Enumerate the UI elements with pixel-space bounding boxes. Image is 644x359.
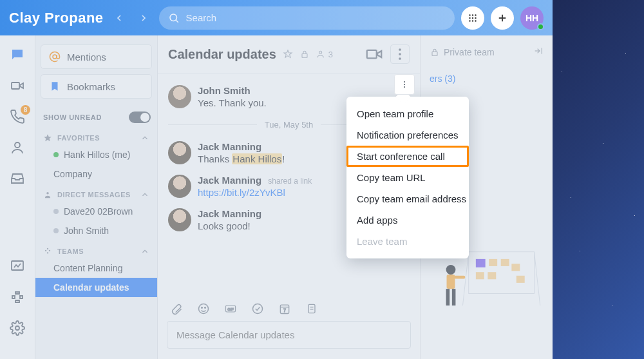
rail-settings[interactable] bbox=[9, 320, 26, 336]
rail-contacts[interactable] bbox=[9, 140, 26, 155]
members-link[interactable]: ers (3) bbox=[430, 73, 544, 84]
svg-point-63 bbox=[404, 81, 405, 82]
menu-add-apps[interactable]: Add apps bbox=[346, 209, 469, 231]
svg-point-17 bbox=[15, 326, 19, 330]
svg-point-8 bbox=[469, 20, 470, 21]
rail-apps[interactable] bbox=[9, 289, 26, 305]
mention[interactable]: Hank Hillos bbox=[232, 153, 282, 164]
nav-back-button[interactable] bbox=[110, 9, 128, 27]
svg-point-3 bbox=[472, 14, 473, 15]
menu-copy-team-email[interactable]: Copy team email address bbox=[346, 188, 469, 209]
menu-copy-team-url[interactable]: Copy team URL bbox=[346, 167, 469, 188]
task-button[interactable] bbox=[251, 302, 265, 316]
svg-text:7: 7 bbox=[283, 308, 286, 313]
emoji-button[interactable] bbox=[196, 302, 211, 316]
teams-header[interactable]: TEAMS bbox=[35, 240, 157, 258]
gif-button[interactable]: GIF bbox=[223, 302, 238, 316]
rail-phone[interactable]: 8 bbox=[9, 109, 26, 124]
svg-point-32 bbox=[399, 57, 401, 60]
svg-rect-60 bbox=[446, 289, 450, 306]
avatar[interactable] bbox=[168, 85, 191, 108]
svg-point-2 bbox=[469, 14, 470, 15]
more-actions-button-active[interactable] bbox=[394, 74, 415, 95]
show-unread-toggle[interactable] bbox=[129, 112, 151, 123]
rail-analytics[interactable] bbox=[9, 258, 26, 274]
favorites-header[interactable]: FAVORITES bbox=[35, 127, 157, 145]
message-link[interactable]: https://bit.ly/2zYvKBl bbox=[198, 187, 285, 198]
svg-point-20 bbox=[46, 192, 49, 195]
presence-dot bbox=[537, 23, 544, 30]
sidebar-bookmarks[interactable]: Bookmarks bbox=[41, 74, 152, 99]
global-search[interactable] bbox=[159, 6, 455, 30]
rail-video[interactable] bbox=[9, 78, 26, 93]
svg-point-58 bbox=[446, 265, 456, 275]
composer-input-wrap[interactable] bbox=[167, 321, 411, 349]
new-button[interactable] bbox=[491, 6, 514, 30]
private-team-label: Private team bbox=[444, 47, 495, 57]
team-item-selected[interactable]: Calendar updates bbox=[35, 278, 157, 297]
svg-point-7 bbox=[475, 17, 476, 18]
favorite-item[interactable]: Company bbox=[35, 164, 157, 184]
mentions-label: Mentions bbox=[67, 52, 106, 63]
svg-marker-19 bbox=[44, 134, 52, 141]
dm-header[interactable]: DIRECT MESSAGES bbox=[35, 184, 157, 202]
favorite-toggle[interactable] bbox=[283, 49, 293, 59]
avatar[interactable] bbox=[168, 208, 191, 231]
svg-point-4 bbox=[475, 14, 476, 15]
svg-rect-62 bbox=[455, 276, 466, 279]
composer-input[interactable] bbox=[176, 329, 401, 340]
svg-rect-45 bbox=[432, 52, 437, 55]
dialpad-button[interactable] bbox=[461, 6, 484, 30]
svg-line-50 bbox=[535, 252, 540, 306]
current-user-avatar[interactable]: HH bbox=[520, 6, 544, 30]
avatar[interactable] bbox=[168, 175, 191, 198]
composer: GIF 7 bbox=[158, 293, 420, 359]
menu-open-team-profile[interactable]: Open team profile bbox=[346, 103, 469, 124]
rail-inbox[interactable] bbox=[9, 171, 26, 186]
rail-messages[interactable] bbox=[9, 47, 26, 63]
svg-marker-29 bbox=[377, 51, 381, 57]
more-actions-button[interactable] bbox=[390, 44, 410, 64]
sidebar-mentions[interactable]: Mentions bbox=[41, 44, 152, 69]
team-actions-menu: Open team profile Notification preferenc… bbox=[346, 97, 469, 258]
menu-notification-preferences[interactable]: Notification preferences bbox=[346, 124, 469, 146]
star-icon bbox=[43, 133, 52, 142]
chat-title: Calendar updates bbox=[168, 47, 276, 62]
message-author: Jack Manning bbox=[198, 141, 261, 152]
menu-leave-team[interactable]: Leave team bbox=[346, 231, 469, 252]
svg-rect-54 bbox=[476, 272, 484, 279]
svg-point-10 bbox=[475, 20, 476, 21]
app-header: Clay Propane HH bbox=[0, 0, 553, 35]
svg-point-21 bbox=[45, 250, 46, 251]
svg-rect-26 bbox=[302, 53, 307, 57]
svg-point-38 bbox=[253, 304, 263, 314]
start-video-button[interactable] bbox=[365, 44, 384, 64]
menu-start-conference-call[interactable]: Start conference call bbox=[346, 146, 469, 167]
nav-forward-button[interactable] bbox=[135, 9, 153, 27]
show-unread-label: SHOW UNREAD bbox=[43, 113, 102, 121]
search-icon bbox=[168, 12, 180, 24]
svg-point-18 bbox=[53, 55, 57, 59]
chevron-up-icon bbox=[140, 190, 149, 199]
dm-item[interactable]: John Smith bbox=[35, 221, 157, 240]
svg-text:GIF: GIF bbox=[227, 307, 234, 311]
chat-header: Calendar updates 3 bbox=[158, 35, 420, 73]
calendar-button[interactable]: 7 bbox=[278, 302, 292, 316]
attach-button[interactable] bbox=[169, 302, 184, 316]
svg-point-64 bbox=[404, 84, 405, 85]
svg-point-0 bbox=[170, 14, 177, 21]
search-input[interactable] bbox=[186, 12, 446, 23]
note-button[interactable] bbox=[305, 302, 319, 316]
member-count[interactable]: 3 bbox=[316, 49, 333, 59]
teams-icon bbox=[43, 247, 52, 256]
team-item[interactable]: Content Planning bbox=[35, 258, 157, 278]
svg-rect-59 bbox=[447, 275, 455, 289]
at-icon bbox=[49, 51, 61, 63]
favorite-item[interactable]: Hank Hillos (me) bbox=[35, 145, 157, 164]
svg-point-35 bbox=[205, 307, 206, 309]
collapse-panel-button[interactable] bbox=[533, 46, 544, 58]
dm-item[interactable]: Dave20 02Brown bbox=[35, 202, 157, 221]
avatar[interactable] bbox=[168, 141, 191, 164]
svg-point-33 bbox=[199, 304, 209, 314]
presence-dot bbox=[53, 228, 59, 233]
